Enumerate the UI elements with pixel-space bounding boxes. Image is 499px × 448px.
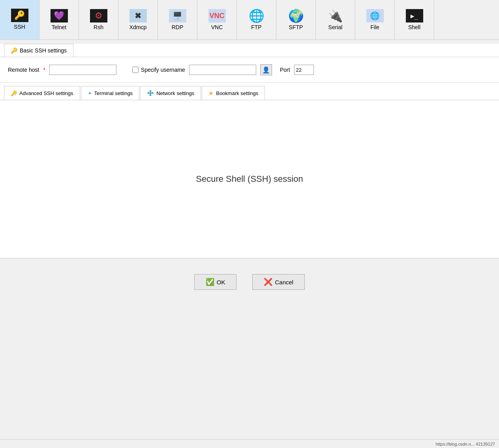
user-picker-button[interactable]: 👤 (260, 64, 272, 75)
cancel-label: Cancel (275, 279, 293, 286)
xdmcp-icon-wrap: ✖ (129, 9, 147, 22)
status-url: https://blog.csdn.n... 42139127 (436, 442, 495, 446)
vnc-icon: VNC (209, 12, 224, 20)
ok-icon: ✅ (206, 278, 214, 286)
shell-icon-bg: ▶_ (406, 9, 423, 22)
tab-basic-ssh[interactable]: 🔑 Basic SSH settings (4, 44, 73, 57)
protocol-serial-label: Serial (328, 24, 343, 30)
ssh-key-icon: 🔑 (14, 10, 25, 21)
button-bar: ✅ OK ❌ Cancel (0, 266, 499, 298)
protocol-rsh-label: Rsh (94, 24, 103, 30)
svg-point-0 (148, 92, 150, 94)
serial-icon: 🔌 (328, 9, 343, 23)
cancel-button[interactable]: ❌ Cancel (252, 274, 305, 290)
protocol-bar: 🔑 SSH 💜 Telnet ⚙ Rsh ✖ Xdmcp (0, 0, 499, 40)
protocol-serial[interactable]: 🔌 Serial (316, 0, 355, 39)
rsh-icon-bg: ⚙ (90, 9, 107, 22)
advanced-ssh-icon: 🔑 (11, 90, 17, 96)
username-input[interactable] (189, 65, 256, 75)
telnet-icon: 💜 (54, 11, 64, 21)
tab-advanced-ssh[interactable]: 🔑 Advanced SSH settings (4, 86, 80, 100)
specify-username-label: Specify username (132, 67, 185, 73)
serial-icon-wrap: 🔌 (327, 9, 344, 22)
network-label: Network settings (156, 90, 194, 96)
remote-host-input[interactable] (49, 65, 116, 75)
settings-row: Remote host * Specify username 👤 Port (0, 57, 499, 83)
terminal-label: Terminal settings (94, 90, 133, 96)
advanced-tab-bar: 🔑 Advanced SSH settings ✦ Terminal setti… (0, 86, 499, 100)
shell-terminal-icon: ▶_ (411, 12, 418, 20)
tab-terminal[interactable]: ✦ Terminal settings (81, 86, 140, 100)
sftp-icon-wrap: 🌍 (287, 9, 305, 22)
svg-point-3 (150, 94, 152, 96)
port-input[interactable] (294, 65, 314, 75)
protocol-file[interactable]: 🌐 File (355, 0, 395, 39)
vnc-icon-bg: VNC (208, 9, 226, 22)
protocol-shell-label: Shell (408, 24, 420, 30)
protocol-rdp[interactable]: 🖥️ RDP (158, 0, 197, 39)
protocol-telnet[interactable]: 💜 Telnet (39, 0, 79, 39)
xdmcp-icon: ✖ (135, 11, 141, 21)
specify-username-checkbox[interactable] (132, 67, 139, 73)
port-label: Port (280, 67, 290, 73)
network-icon (147, 90, 154, 97)
protocol-ftp[interactable]: 🌐 FTP (237, 0, 276, 39)
rsh-icon: ⚙ (95, 11, 103, 21)
basic-tab-icon: 🔑 (11, 47, 17, 54)
svg-point-4 (150, 92, 152, 94)
sftp-icon: 🌍 (288, 8, 304, 23)
svg-point-2 (152, 92, 154, 94)
rdp-icon-wrap: 🖥️ (169, 9, 186, 22)
bookmark-icon: ★ (208, 90, 214, 96)
svg-point-1 (150, 90, 152, 92)
tab-network[interactable]: Network settings (140, 86, 201, 100)
ftp-icon-wrap: 🌐 (248, 9, 265, 22)
protocol-sftp-label: SFTP (289, 24, 303, 30)
basic-tab-label: Basic SSH settings (20, 47, 67, 54)
telnet-icon-bg: 💜 (51, 9, 68, 22)
shell-icon-wrap: ▶_ (406, 9, 423, 22)
terminal-icon: ✦ (88, 90, 92, 96)
basic-tab-bar: 🔑 Basic SSH settings (0, 44, 499, 57)
ssh-icon-wrap: 🔑 (11, 9, 28, 22)
protocol-sftp[interactable]: 🌍 SFTP (276, 0, 316, 39)
ok-label: OK (217, 279, 225, 286)
specify-username-text: Specify username (141, 67, 185, 73)
ssh-icon-bg: 🔑 (11, 9, 28, 22)
rdp-icon: 🖥️ (173, 11, 182, 21)
protocol-ftp-label: FTP (251, 24, 261, 30)
bottom-divider (0, 258, 499, 258)
protocol-rsh[interactable]: ⚙ Rsh (79, 0, 118, 39)
protocol-ssh[interactable]: 🔑 SSH (0, 0, 39, 39)
rsh-icon-wrap: ⚙ (90, 9, 107, 22)
session-description: Secure Shell (SSH) session (196, 174, 303, 184)
telnet-icon-wrap: 💜 (51, 9, 68, 22)
protocol-vnc[interactable]: VNC VNC (197, 0, 237, 39)
bookmark-label: Bookmark settings (216, 90, 258, 96)
protocol-file-label: File (370, 24, 379, 30)
status-bar: https://blog.csdn.n... 42139127 (0, 439, 499, 448)
session-area: Secure Shell (SSH) session (0, 100, 499, 258)
protocol-shell[interactable]: ▶_ Shell (395, 0, 434, 39)
xdmcp-icon-bg: ✖ (129, 9, 147, 22)
cancel-icon: ❌ (264, 278, 272, 286)
required-marker: * (43, 67, 45, 73)
ftp-icon: 🌐 (249, 8, 265, 23)
protocol-xdmcp-label: Xdmcp (129, 24, 147, 30)
file-icon: 🌐 (370, 11, 380, 21)
protocol-ssh-label: SSH (14, 24, 25, 30)
ok-button[interactable]: ✅ OK (194, 274, 237, 290)
file-icon-bg: 🌐 (366, 9, 384, 22)
advanced-ssh-label: Advanced SSH settings (19, 90, 73, 96)
rdp-icon-bg: 🖥️ (169, 9, 186, 22)
protocol-telnet-label: Telnet (52, 24, 66, 30)
file-icon-wrap: 🌐 (366, 9, 384, 22)
user-picker-icon: 👤 (262, 66, 270, 74)
protocol-rdp-label: RDP (172, 24, 184, 30)
main-content: 🔑 Basic SSH settings Remote host * Speci… (0, 44, 499, 258)
protocol-xdmcp[interactable]: ✖ Xdmcp (118, 0, 158, 39)
tab-bookmark[interactable]: ★ Bookmark settings (202, 86, 265, 100)
remote-host-label: Remote host (8, 67, 39, 73)
protocol-vnc-label: VNC (211, 24, 223, 30)
vnc-icon-wrap: VNC (208, 9, 226, 22)
